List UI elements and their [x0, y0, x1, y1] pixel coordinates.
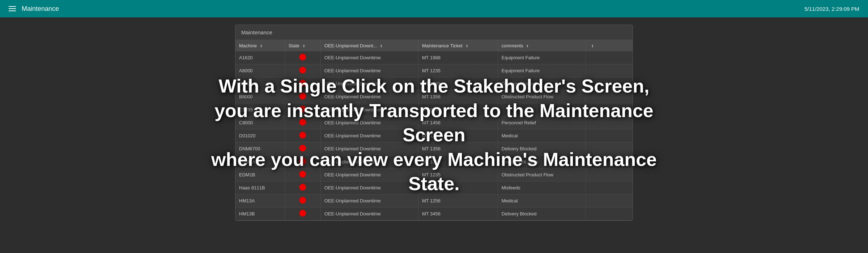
cell-oee: OEE-Unplanned Downtime — [320, 168, 418, 181]
cell-state — [285, 194, 320, 207]
table-row[interactable]: C1385OEE-Unplanned DowntimeMT 8834 — [235, 103, 633, 116]
cell-oee: OEE-Unplanned Downtime — [320, 142, 418, 155]
cell-extra — [586, 64, 633, 77]
app-title: Maintenance — [22, 5, 59, 13]
cell-ticket: MT 1988 — [418, 51, 498, 64]
cell-extra — [586, 103, 633, 116]
col-ticket[interactable]: Maintenance Ticket ⬆ — [418, 40, 498, 51]
cell-ticket: MT 1358 — [418, 129, 498, 142]
cell-machine: DNM6700 — [235, 142, 285, 155]
cell-extra — [586, 207, 633, 220]
cell-ticket: MT 1235 — [418, 64, 498, 77]
cell-oee: OEE-Unplanned Downtime — [320, 116, 418, 129]
cell-machine: A8000 — [235, 64, 285, 77]
cell-ticket: MT 1256 — [418, 194, 498, 207]
cell-state — [285, 116, 320, 129]
cell-extra — [586, 90, 633, 103]
cell-ticket: MT 1456 — [418, 116, 498, 129]
cell-state — [285, 155, 320, 168]
cell-ticket: MT 8834 — [418, 103, 498, 116]
cell-machine: EDM1A — [235, 155, 285, 168]
cell-comments: Delivery Blocked — [498, 207, 586, 220]
state-indicator — [299, 106, 306, 112]
table-row[interactable]: B8000OEE-Unplanned DowntimeMT 1356Obstru… — [235, 90, 633, 103]
col-oee[interactable]: OEE-Unplanned Downt... ⬆ — [320, 40, 418, 51]
maintenance-panel: Maintenance Machine ⬆ State ⬆ OEE-Unplan… — [235, 25, 633, 221]
col-extra[interactable]: ⬆ — [586, 40, 633, 51]
cell-state — [285, 103, 320, 116]
cell-machine: EDM1B — [235, 168, 285, 181]
table-row[interactable]: D01020OEE-Unplanned DowntimeMT 1358Medic… — [235, 129, 633, 142]
col-machine[interactable]: Machine ⬆ — [235, 40, 285, 51]
state-indicator — [299, 67, 306, 73]
sort-machine-icon: ⬆ — [260, 44, 263, 48]
state-indicator — [299, 119, 306, 125]
cell-ticket: MT 1235 — [418, 168, 498, 181]
cell-ticket: MT 3456 — [418, 207, 498, 220]
main-content: Maintenance Machine ⬆ State ⬆ OEE-Unplan… — [0, 17, 868, 253]
table-header: Machine ⬆ State ⬆ OEE-Unplanned Downt...… — [235, 40, 633, 51]
table-row[interactable]: DNM6700OEE-Unplanned DowntimeMT 1356Deli… — [235, 142, 633, 155]
cell-ticket: MT 1356 — [418, 90, 498, 103]
cell-ticket: MT 1356 — [418, 142, 498, 155]
table-row[interactable]: C8000OEE-Unplanned DowntimeMT 1456Person… — [235, 116, 633, 129]
table-row[interactable]: Haas 8111BOEE-Unplanned DowntimeMT 7786M… — [235, 181, 633, 194]
cell-machine: HM13A — [235, 194, 285, 207]
cell-machine: HM13B — [235, 207, 285, 220]
cell-oee: OEE-Unplanned Downtime — [320, 194, 418, 207]
state-indicator — [299, 158, 306, 164]
cell-extra — [586, 51, 633, 64]
cell-state — [285, 64, 320, 77]
panel-header: Maintenance — [235, 25, 633, 40]
sort-oee-icon: ⬆ — [380, 44, 383, 48]
cell-machine: C8000 — [235, 116, 285, 129]
col-state[interactable]: State ⬆ — [285, 40, 320, 51]
cell-comments: Obstructed Product Flow — [498, 168, 586, 181]
cell-comments: Delivery Blocked — [498, 77, 586, 90]
cell-oee: OEE-Unplanned Downtime — [320, 129, 418, 142]
cell-oee: OEE-Unplanned Downtime — [320, 51, 418, 64]
cell-state — [285, 168, 320, 181]
cell-state — [285, 90, 320, 103]
table-row[interactable]: B1620OEE-Unplanned DowntimeMT 1385Delive… — [235, 77, 633, 90]
cell-comments: Obstructed Product Flow — [498, 90, 586, 103]
state-indicator — [299, 184, 306, 190]
cell-machine: C1385 — [235, 103, 285, 116]
cell-comments: Misfeeds — [498, 181, 586, 194]
state-indicator — [299, 197, 306, 203]
datetime-display: 5/11/2023, 2:29:09 PM — [804, 6, 859, 12]
cell-comments: Equipment Failure — [498, 64, 586, 77]
table-row[interactable]: A8000OEE-Unplanned DowntimeMT 1235Equipm… — [235, 64, 633, 77]
cell-ticket: MT 1385 — [418, 77, 498, 90]
topbar-left: Maintenance — [9, 5, 59, 13]
cell-machine: B8000 — [235, 90, 285, 103]
table-row[interactable]: HM13BOEE-Unplanned DowntimeMT 3456Delive… — [235, 207, 633, 220]
cell-oee: OEE-Unplanned Downtime — [320, 155, 418, 168]
table-body: A1620OEE-Unplanned DowntimeMT 1988Equipm… — [235, 51, 633, 220]
cell-extra — [586, 129, 633, 142]
cell-comments: Medical — [498, 129, 586, 142]
cell-extra — [586, 116, 633, 129]
cell-ticket: MT 1334 — [418, 155, 498, 168]
state-indicator — [299, 93, 306, 99]
table-row[interactable]: A1620OEE-Unplanned DowntimeMT 1988Equipm… — [235, 51, 633, 64]
col-comments[interactable]: comments ⬆ — [498, 40, 586, 51]
table-row[interactable]: EDM1AOEE-Unplanned DowntimeMT 1334Compon… — [235, 155, 633, 168]
cell-comments: Medical — [498, 194, 586, 207]
sort-extra-icon: ⬆ — [591, 44, 594, 48]
cell-extra — [586, 155, 633, 168]
cell-ticket: MT 7786 — [418, 181, 498, 194]
table-row[interactable]: HM13AOEE-Unplanned DowntimeMT 1256Medica… — [235, 194, 633, 207]
topbar: Maintenance 5/11/2023, 2:29:09 PM — [0, 0, 868, 17]
table-row[interactable]: EDM1BOEE-Unplanned DowntimeMT 1235Obstru… — [235, 168, 633, 181]
cell-extra — [586, 77, 633, 90]
hamburger-icon[interactable] — [9, 6, 16, 11]
sort-state-icon: ⬆ — [302, 44, 305, 48]
cell-comments: Delivery Blocked — [498, 142, 586, 155]
cell-state — [285, 77, 320, 90]
cell-machine: A1620 — [235, 51, 285, 64]
cell-comments: Component Jams — [498, 155, 586, 168]
maintenance-table: Machine ⬆ State ⬆ OEE-Unplanned Downt...… — [235, 40, 633, 220]
sort-comments-icon: ⬆ — [526, 44, 529, 48]
cell-machine: D01020 — [235, 129, 285, 142]
